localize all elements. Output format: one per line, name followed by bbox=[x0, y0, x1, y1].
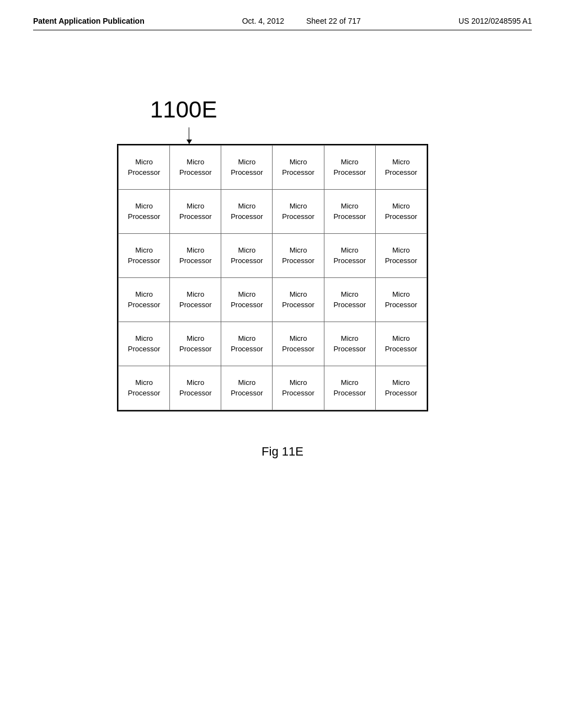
diagram-label: 1100E bbox=[150, 97, 217, 123]
grid-cell-5-1: MicroProcessor bbox=[170, 366, 221, 410]
grid-cell-1-2: MicroProcessor bbox=[221, 190, 273, 234]
grid-cell-0-0: MicroProcessor bbox=[119, 146, 170, 190]
grid-cell-3-0: MicroProcessor bbox=[119, 278, 170, 322]
grid-cell-2-5: MicroProcessor bbox=[375, 234, 427, 278]
grid-cell-4-2: MicroProcessor bbox=[221, 322, 273, 366]
grid-cell-4-0: MicroProcessor bbox=[119, 322, 170, 366]
grid-cell-3-2: MicroProcessor bbox=[221, 278, 273, 322]
grid-cell-5-5: MicroProcessor bbox=[375, 366, 427, 410]
main-content: 1100E MicroProcessorMicroProcessorMicroP… bbox=[33, 30, 532, 459]
grid-cell-0-4: MicroProcessor bbox=[324, 146, 375, 190]
figure-caption: Fig 11E bbox=[262, 445, 303, 459]
arrow-container bbox=[117, 127, 448, 144]
header-center: Oct. 4, 2012 Sheet 22 of 717 bbox=[242, 17, 361, 25]
grid-cell-4-4: MicroProcessor bbox=[324, 322, 375, 366]
diagram-container: 1100E MicroProcessorMicroProcessorMicroP… bbox=[117, 97, 448, 411]
grid-cell-0-2: MicroProcessor bbox=[221, 146, 273, 190]
grid-cell-5-4: MicroProcessor bbox=[324, 366, 375, 410]
grid-cell-2-4: MicroProcessor bbox=[324, 234, 375, 278]
grid-cell-2-3: MicroProcessor bbox=[273, 234, 324, 278]
grid-cell-2-2: MicroProcessor bbox=[221, 234, 273, 278]
grid-table: MicroProcessorMicroProcessorMicroProcess… bbox=[118, 145, 427, 410]
grid-cell-0-1: MicroProcessor bbox=[170, 146, 221, 190]
grid-cell-3-1: MicroProcessor bbox=[170, 278, 221, 322]
grid-cell-0-3: MicroProcessor bbox=[273, 146, 324, 190]
grid-cell-0-5: MicroProcessor bbox=[375, 146, 427, 190]
grid-cell-5-2: MicroProcessor bbox=[221, 366, 273, 410]
grid-cell-1-1: MicroProcessor bbox=[170, 190, 221, 234]
header-date: Oct. 4, 2012 bbox=[242, 17, 284, 25]
grid-cell-3-4: MicroProcessor bbox=[324, 278, 375, 322]
grid-cell-3-3: MicroProcessor bbox=[273, 278, 324, 322]
page-header: Patent Application Publication Oct. 4, 2… bbox=[33, 17, 532, 30]
header-sheet: Sheet 22 of 717 bbox=[306, 17, 361, 25]
grid-cell-4-3: MicroProcessor bbox=[273, 322, 324, 366]
grid-cell-1-5: MicroProcessor bbox=[375, 190, 427, 234]
header-publication-label: Patent Application Publication bbox=[33, 17, 145, 25]
grid-cell-5-0: MicroProcessor bbox=[119, 366, 170, 410]
grid-cell-2-1: MicroProcessor bbox=[170, 234, 221, 278]
header-patent: US 2012/0248595 A1 bbox=[459, 17, 532, 25]
grid-cell-3-5: MicroProcessor bbox=[375, 278, 427, 322]
grid-cell-1-0: MicroProcessor bbox=[119, 190, 170, 234]
processor-grid: MicroProcessorMicroProcessorMicroProcess… bbox=[117, 144, 428, 411]
grid-cell-4-1: MicroProcessor bbox=[170, 322, 221, 366]
grid-cell-1-3: MicroProcessor bbox=[273, 190, 324, 234]
arrow-line bbox=[189, 127, 189, 144]
grid-cell-4-5: MicroProcessor bbox=[375, 322, 427, 366]
page: Patent Application Publication Oct. 4, 2… bbox=[0, 0, 565, 728]
grid-cell-1-4: MicroProcessor bbox=[324, 190, 375, 234]
grid-cell-5-3: MicroProcessor bbox=[273, 366, 324, 410]
grid-cell-2-0: MicroProcessor bbox=[119, 234, 170, 278]
